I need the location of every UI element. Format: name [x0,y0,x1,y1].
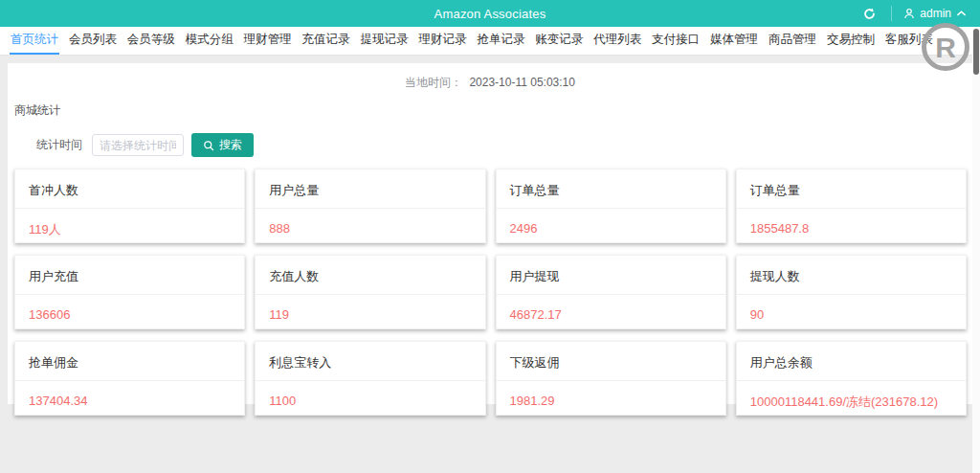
app-title: Amazon Associates [0,7,980,21]
stats-cards-grid: 首冲人数 119人 用户总量 888 订单总量 2496 订单总量 185548… [14,169,967,416]
stat-card-value: 10000118441.69/冻结(231678.12) [737,381,966,423]
search-icon [203,140,214,151]
stat-time-input[interactable] [92,134,184,156]
filter-row: 统计时间 搜索 [36,133,972,157]
stat-card-title: 充值人数 [256,256,484,295]
tab-mode-group[interactable]: 模式分组 [185,27,234,55]
section-title: 商城统计 [14,102,972,119]
stat-card-title: 订单总量 [737,169,966,209]
stat-card-title: 用户总量 [256,169,484,209]
stat-card-value: 119 [256,295,484,334]
stat-card-value: 888 [256,209,484,248]
stat-card-title: 订单总量 [497,169,725,209]
stat-card-value: 136606 [15,295,244,334]
tab-home-stats[interactable]: 首页统计 [10,27,59,55]
tab-grab-order-records[interactable]: 抢单记录 [476,27,525,55]
local-time-value: 2023-10-11 05:03:10 [469,76,575,89]
stat-card-title: 抢单佣金 [15,342,244,381]
stat-card-withdraw-users: 提现人数 90 [736,255,967,329]
search-button-label: 搜索 [219,137,242,153]
stat-card-value: 90 [737,295,966,334]
stat-card-value: 46872.17 [497,295,725,334]
tab-member-level[interactable]: 会员等级 [126,27,176,55]
stat-card-total-orders: 订单总量 2496 [496,169,726,243]
stat-card-first-recharge-users: 首冲人数 119人 [14,169,245,243]
stat-card-recharge-users: 充值人数 119 [255,255,485,329]
chevron-up-icon [956,10,967,17]
tab-payment-interface[interactable]: 支付接口 [651,27,701,55]
stat-card-user-withdraw: 用户提现 46872.17 [496,255,726,329]
scrollbar-thumb[interactable] [973,29,979,75]
tab-member-list[interactable]: 会员列表 [68,27,118,55]
local-time-label: 当地时间： [405,76,462,89]
main-panel: 当地时间： 2023-10-11 05:03:10 商城统计 统计时间 搜索 首… [8,63,972,404]
stat-card-total-order-amount: 订单总量 1855487.8 [736,169,967,243]
tab-product-manage[interactable]: 商品管理 [768,27,817,55]
stat-card-title: 用户充值 [15,256,244,295]
stat-card-title: 用户提现 [497,256,725,295]
stat-card-title: 提现人数 [737,256,966,295]
stat-card-value: 137404.34 [15,381,244,420]
stat-card-title: 首冲人数 [15,169,244,209]
user-menu[interactable]: admin [898,0,972,27]
app-header: Amazon Associates admin [0,0,980,27]
stat-card-value: 1100 [256,381,484,420]
stat-card-user-recharge: 用户充值 136606 [14,255,245,329]
local-time-row: 当地时间： 2023-10-11 05:03:10 [8,63,972,91]
stat-card-interest-transfer-in: 利息宝转入 1100 [255,341,485,416]
stat-card-total-balance: 用户总余额 10000118441.69/冻结(231678.12) [736,341,967,416]
stat-card-value: 1981.29 [497,381,725,420]
tab-agent-list[interactable]: 代理列表 [592,27,642,55]
tab-withdraw-records[interactable]: 提现记录 [360,27,410,55]
refresh-button[interactable] [853,0,885,27]
refresh-icon [863,8,876,20]
stat-card-title: 下级返佣 [497,342,725,381]
search-button[interactable]: 搜索 [191,133,254,157]
stat-card-title: 用户总余额 [737,342,966,381]
tab-service-list[interactable]: 客服列表 [884,27,934,55]
stat-card-total-users: 用户总量 888 [255,169,485,243]
user-icon [903,8,915,19]
stat-card-subordinate-rebate: 下级返佣 1981.29 [496,341,726,416]
tab-finance-manage[interactable]: 理财管理 [243,27,293,55]
tab-finance-records[interactable]: 理财记录 [417,27,467,55]
tab-account-change-records[interactable]: 账变记录 [534,27,584,55]
header-right-controls: admin [853,0,972,27]
stat-card-title: 利息宝转入 [256,342,484,381]
stat-card-value: 119人 [15,209,244,251]
nav-bar: 首页统计 会员列表 会员等级 模式分组 理财管理 充值记录 提现记录 理财记录 … [0,27,980,56]
stat-card-value: 1855487.8 [737,209,966,248]
stat-card-value: 2496 [497,209,725,248]
stat-time-label: 统计时间 [36,137,82,153]
header-divider [891,6,892,21]
tab-trade-control[interactable]: 交易控制 [826,27,876,55]
vertical-scrollbar[interactable] [972,27,980,473]
stat-card-grab-commission: 抢单佣金 137404.34 [14,341,245,416]
user-name: admin [920,7,951,20]
tab-media-manage[interactable]: 媒体管理 [709,27,759,55]
tab-recharge-records[interactable]: 充值记录 [301,27,351,55]
